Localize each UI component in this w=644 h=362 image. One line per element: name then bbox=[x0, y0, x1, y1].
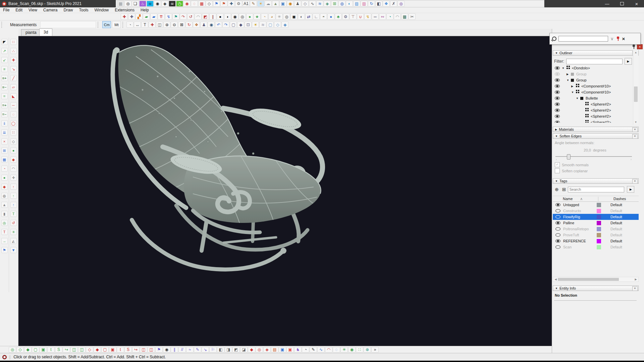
menu-item[interactable]: File bbox=[0, 7, 12, 13]
visibility-eye-icon[interactable] bbox=[555, 115, 560, 118]
expander-icon[interactable]: ▼ bbox=[576, 97, 580, 100]
cube-shade-d-icon[interactable]: ◪ bbox=[240, 347, 248, 353]
red-eye-icon[interactable]: ◉ bbox=[183, 1, 191, 7]
visibility-eye-icon[interactable] bbox=[555, 90, 560, 94]
panel-close-icon[interactable]: × bbox=[632, 127, 638, 132]
s-red-icon[interactable]: S bbox=[124, 347, 132, 353]
scissors-icon[interactable]: ✂ bbox=[409, 13, 416, 20]
rows-plus-icon[interactable]: ≡+ bbox=[1, 75, 8, 81]
diamond-red3-icon[interactable]: ◆ bbox=[248, 347, 255, 353]
diamond-red-icon[interactable]: ◆ bbox=[94, 347, 101, 353]
visibility-eye-icon[interactable] bbox=[555, 97, 560, 100]
visibility-eye-icon[interactable] bbox=[555, 84, 560, 88]
angle-icon[interactable]: ∟ bbox=[313, 13, 320, 20]
cube-wire-icon[interactable]: ◇ bbox=[10, 138, 17, 144]
search-icon[interactable]: ◎ bbox=[124, 1, 131, 7]
arrow-up-red-icon[interactable]: ⇈ bbox=[158, 13, 165, 20]
panel-blue-icon[interactable]: ▣ bbox=[279, 347, 286, 353]
zoom-in-icon[interactable]: ⊕ bbox=[163, 21, 170, 28]
diamond-green-icon[interactable]: ◆ bbox=[24, 347, 32, 353]
zigzag-purple-icon[interactable]: ≈ bbox=[186, 347, 194, 353]
tag-row[interactable]: FlowifyRig Default bbox=[553, 214, 639, 220]
pin-path-icon[interactable]: ✚ bbox=[228, 1, 235, 7]
flag-purple-icon[interactable]: ⚑ bbox=[155, 347, 163, 353]
scroll-right-icon[interactable]: ▶ bbox=[633, 277, 638, 282]
top-view-icon[interactable]: ⊡ bbox=[245, 21, 252, 28]
person-circle-icon[interactable]: ◉ bbox=[231, 13, 238, 20]
model-viewport[interactable] bbox=[18, 36, 552, 346]
axis-arrow-blue-icon[interactable]: ↑ bbox=[10, 202, 17, 208]
swirl-icon[interactable]: ◈ bbox=[161, 1, 168, 7]
expander-icon[interactable]: ▼ bbox=[562, 67, 566, 70]
book-red-icon[interactable]: ◫ bbox=[140, 347, 147, 353]
gem-red-icon[interactable]: ◈ bbox=[263, 347, 271, 353]
protractor-icon[interactable]: ◔ bbox=[126, 21, 133, 28]
shapes-icon[interactable]: ◍ bbox=[338, 1, 345, 7]
sphere-wire-icon[interactable]: ◍ bbox=[1, 193, 8, 199]
materials-panel-header[interactable]: ▶ Materials × bbox=[553, 127, 639, 132]
sheet-green-icon[interactable]: ▰ bbox=[143, 13, 150, 20]
cube-plus-red-icon[interactable]: ▣ bbox=[109, 347, 116, 353]
expander-icon[interactable]: ▼ bbox=[571, 91, 576, 94]
shell-dark-icon[interactable]: ◔ bbox=[302, 347, 309, 353]
cloud-icon[interactable]: ☁ bbox=[265, 1, 272, 7]
add-tag-icon[interactable]: ⊕ bbox=[555, 187, 559, 192]
flags-icon[interactable]: ⚑ bbox=[220, 1, 227, 7]
curves-icon[interactable]: ≋ bbox=[316, 1, 323, 7]
scroll-up-icon[interactable]: ▲ bbox=[633, 50, 638, 55]
visibility-eye-icon[interactable] bbox=[555, 121, 560, 123]
zoom-out-icon[interactable]: ⊖ bbox=[171, 21, 178, 28]
tag-dashes[interactable]: Default bbox=[610, 245, 622, 249]
donut-icon[interactable]: ◍ bbox=[283, 13, 290, 20]
panel-close-icon[interactable]: × bbox=[632, 179, 638, 184]
shell-icon[interactable]: ◔ bbox=[261, 13, 268, 20]
scrollbar-thumb[interactable] bbox=[634, 86, 638, 102]
cube-red2-icon[interactable]: ▢ bbox=[101, 347, 109, 353]
arrow5-green-icon[interactable]: ↪ bbox=[63, 347, 70, 353]
flag-blue-icon[interactable]: ⚑ bbox=[213, 1, 220, 7]
minimize-icon[interactable]: — bbox=[600, 0, 614, 7]
target-red-icon[interactable]: ◎ bbox=[256, 347, 263, 353]
tag-color-swatch[interactable] bbox=[597, 245, 601, 249]
chevron-overflow-icon[interactable]: » bbox=[371, 347, 379, 353]
menu-item[interactable]: Edit bbox=[12, 7, 25, 13]
vertices-icon[interactable]: ∷ bbox=[10, 39, 17, 45]
wrench-icon[interactable]: ⚙ bbox=[235, 1, 242, 7]
magnet-icon[interactable]: ∪ bbox=[357, 13, 364, 20]
bird-purple-icon[interactable]: ♞ bbox=[294, 347, 302, 353]
vertex-line-icon[interactable]: ╱ bbox=[10, 75, 17, 81]
tag-dashes[interactable]: Default bbox=[610, 221, 622, 225]
pencil-icon[interactable]: ✎ bbox=[250, 1, 257, 7]
vertex-move-icon[interactable]: ✚ bbox=[10, 57, 17, 63]
arrow-green-icon[interactable]: → bbox=[1, 238, 8, 244]
pyramid-icon[interactable]: ▼ bbox=[10, 247, 17, 253]
scrollbar-thumb[interactable] bbox=[558, 278, 619, 281]
model-rocking-chair[interactable] bbox=[18, 36, 552, 346]
knots-green-icon[interactable]: ✳ bbox=[340, 347, 348, 353]
star-icon[interactable]: ★ bbox=[254, 13, 261, 20]
gear-icon[interactable]: ⚙ bbox=[342, 13, 349, 20]
lasso-icon[interactable]: ◌ bbox=[333, 347, 340, 353]
proto-icon[interactable]: ◓ bbox=[320, 13, 327, 20]
search-input[interactable] bbox=[558, 36, 608, 42]
edge-icon[interactable]: ─ bbox=[10, 102, 17, 108]
flag-tool-icon[interactable]: ⚑ bbox=[172, 13, 179, 20]
hammer-icon[interactable]: ⊤ bbox=[350, 13, 357, 20]
tag-color-swatch[interactable] bbox=[597, 239, 601, 243]
path-icon[interactable]: ∿ bbox=[309, 1, 316, 7]
gizmo-icon[interactable]: ✚ bbox=[10, 175, 17, 181]
text-tool-icon[interactable]: T bbox=[141, 21, 148, 28]
drape-blue-icon[interactable]: ▨ bbox=[353, 1, 360, 7]
tags-panel-header[interactable]: ▼ Tags × bbox=[553, 178, 639, 184]
menu-item[interactable]: Camera bbox=[40, 7, 61, 13]
shell-alt-icon[interactable]: ◕ bbox=[268, 13, 275, 20]
sphere-green-icon[interactable]: ● bbox=[1, 175, 8, 181]
t-green-small-icon[interactable]: t bbox=[47, 347, 55, 353]
sphere-shaded-icon[interactable]: ● bbox=[10, 147, 17, 154]
book-green-icon[interactable]: ◫ bbox=[70, 347, 78, 353]
tag-row[interactable]: REFERENCE Default bbox=[553, 238, 639, 244]
visibility-eye-icon[interactable] bbox=[555, 109, 560, 112]
soften-edges-panel-header[interactable]: ▼ Soften Edges × bbox=[553, 133, 639, 139]
shaded-icon[interactable]: ◆ bbox=[281, 21, 288, 28]
panel-close-icon[interactable]: × bbox=[632, 286, 638, 291]
